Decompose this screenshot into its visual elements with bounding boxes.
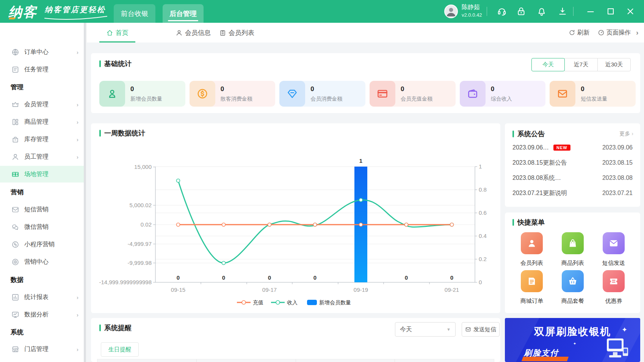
announcements-more-link[interactable]: 更多 (619, 131, 633, 137)
chevron-right-icon: › (77, 101, 78, 108)
sidebar-item-wechat-marketing[interactable]: 微信营销 (0, 219, 84, 235)
svg-text:1: 1 (479, 163, 482, 170)
sidebar-item-inventory-management[interactable]: 库存管理› (0, 131, 84, 148)
window-minimize-button[interactable] (586, 6, 595, 16)
stat-card-sms-sent[interactable]: 0 短信发送量 (550, 81, 636, 107)
stat-card-member-recharge[interactable]: 0 会员充值金额 (370, 81, 456, 107)
announcement-row[interactable]: 2023.08.15更新公告 2023.08.15 (512, 158, 633, 167)
quick-coupons[interactable] (603, 270, 625, 292)
sidebar-item-label: 小程序营销 (24, 241, 55, 249)
page-operations-button[interactable]: 页面操作 (598, 23, 631, 42)
sidebar-item-marketing-center[interactable]: 营销中心 (0, 253, 84, 270)
member-list-icon (219, 29, 226, 36)
stat-label: 散客消费金额 (221, 96, 252, 102)
income-line[interactable] (178, 181, 452, 263)
sidebar-item-goods-management[interactable]: 商品管理› (0, 113, 84, 130)
svg-text:0: 0 (313, 274, 317, 281)
announcement-row[interactable]: 2023.09.06… NEW 2023.09.06 (512, 143, 633, 152)
store-icon (11, 345, 19, 353)
quick-menu-label[interactable]: 会员列表 (509, 260, 555, 267)
customer-service-icon[interactable] (497, 6, 507, 16)
quick-menu-label[interactable]: 短信发送 (591, 260, 636, 267)
chevron-right-icon: › (77, 312, 78, 318)
quick-mall-orders[interactable] (521, 270, 543, 292)
sidebar-item-data-analysis[interactable]: 数据分析› (0, 306, 84, 323)
nav-tab-backoffice[interactable]: 后台管理 (163, 4, 204, 23)
sidebar-item-statistics-report[interactable]: 统计报表› (0, 289, 84, 305)
send-sms-button[interactable]: 发送短信 (462, 322, 500, 337)
announcement-row[interactable]: 2023.07.21更新说明 2023.07.21 (512, 189, 633, 198)
sidebar-item-order-center[interactable]: 订单中心› (0, 44, 84, 60)
sidebar-section-data: 数据 (11, 273, 24, 286)
crown-icon (11, 101, 19, 109)
quick-goods-list[interactable] (562, 232, 584, 254)
sidebar-item-store-management[interactable]: 门店管理› (0, 341, 84, 357)
sidebar-item-miniprogram-marketing[interactable]: 小程序营销 (0, 236, 84, 253)
svg-text:0: 0 (450, 274, 453, 281)
sidebar-scrollbar[interactable] (84, 23, 86, 362)
sidebar-item-task-management[interactable]: 任务管理 (0, 61, 84, 78)
caret-down-icon: ▼ (447, 327, 451, 332)
quick-sms-send[interactable] (603, 232, 625, 254)
announcement-row[interactable]: 2023.08.08系统… 2023.08.08 (512, 173, 633, 183)
ad-banner[interactable]: 双屏刷脸收银机 刷脸支付 ✦ ✦ (505, 318, 640, 362)
chevron-right-icon: › (77, 154, 78, 160)
weekly-chart[interactable]: 15,000 5,000.02 0.02 -4,999.97 -9,999.98… (91, 123, 500, 313)
section-title-quick-menu: 快捷菜单 (512, 218, 545, 227)
stat-label: 会员充值金额 (401, 96, 432, 102)
bell-icon[interactable] (537, 6, 547, 16)
mini-program-icon (11, 241, 19, 249)
announcement-text: 2023.07.21更新说明 (512, 189, 567, 197)
tab-member-list[interactable]: 会员列表 (219, 23, 254, 42)
x-axis-labels: 09-15 09-17 09-19 09-21 (171, 286, 459, 293)
nav-tab-cashier[interactable]: 前台收银 (114, 4, 155, 23)
chart-gridlines (155, 167, 475, 263)
avatar[interactable] (444, 5, 458, 18)
quick-goods-package[interactable] (562, 270, 584, 292)
tab-home[interactable]: 首页 (106, 23, 128, 42)
sidebar-item-label: 库存管理 (24, 135, 49, 143)
cash-register-image (602, 338, 630, 362)
sidebar-item-sms-marketing[interactable]: 短信营销 (0, 201, 84, 218)
sidebar-item-staff-management[interactable]: 员工管理› (0, 148, 84, 165)
section-title-reminders: 系统提醒 (99, 323, 132, 332)
range-button-7days[interactable]: 近7天 (564, 58, 598, 71)
quick-menu-label[interactable]: 优惠券 (591, 297, 636, 305)
quick-menu-label[interactable]: 商城订单 (509, 297, 555, 305)
chart-legend[interactable]: 充值 收入 新增会员数量 (237, 299, 351, 305)
stat-card-member-spend[interactable]: 0 会员消费金额 (279, 81, 365, 107)
page-tab-strip: 首页 会员信息 会员列表 刷新 页面操作 › (86, 23, 644, 42)
stat-card-new-members[interactable]: 0 新增会员数量 (99, 81, 185, 107)
window-maximize-button[interactable] (606, 6, 616, 16)
tab-member-info[interactable]: 会员信息 (175, 23, 211, 42)
quick-member-list[interactable] (521, 232, 543, 254)
refresh-button[interactable]: 刷新 (569, 23, 589, 42)
user-name[interactable]: 陈静茹 (462, 3, 480, 11)
quick-menu-label[interactable]: 商品列表 (550, 260, 595, 267)
income-markers (177, 179, 454, 265)
title-bar: 纳客 纳客管店更轻松 前台收银 后台管理 陈静茹 v2.0.0.42 (0, 0, 644, 23)
range-button-today[interactable]: 今天 (531, 58, 565, 71)
stat-value: 0 (130, 85, 162, 93)
sidebar-item-member-management[interactable]: 会员管理› (0, 96, 84, 113)
stat-label: 新增会员数量 (130, 96, 162, 102)
stat-value: 0 (310, 85, 342, 93)
window-close-button[interactable] (625, 6, 635, 16)
chevron-right-icon: › (77, 119, 78, 125)
stat-card-total-income[interactable]: 0 综合收入 (460, 81, 546, 107)
download-icon[interactable] (558, 6, 567, 16)
stat-label: 短信发送量 (581, 96, 607, 102)
lock-icon[interactable] (516, 6, 526, 16)
quick-menu-label[interactable]: 商品套餐 (550, 297, 595, 305)
tab-birthday-reminder[interactable]: 生日提醒 (101, 342, 139, 357)
sidebar-item-venue-management[interactable]: 场地管理 (0, 166, 84, 183)
strip-expand-chevron[interactable]: › (636, 23, 638, 42)
svg-text:1: 1 (359, 157, 362, 164)
range-button-30days[interactable]: 近30天 (597, 58, 631, 71)
bank-card-icon (370, 81, 395, 107)
stat-card-walkin-spend[interactable]: 0 散客消费金额 (190, 81, 276, 107)
range-button-group: 今天 近7天 近30天 (531, 58, 631, 71)
sidebar-item-label: 商品管理 (24, 118, 49, 126)
reminder-date-dropdown[interactable]: 今天 ▼ (395, 322, 456, 337)
sparkle-icon: ✦ (573, 342, 576, 346)
